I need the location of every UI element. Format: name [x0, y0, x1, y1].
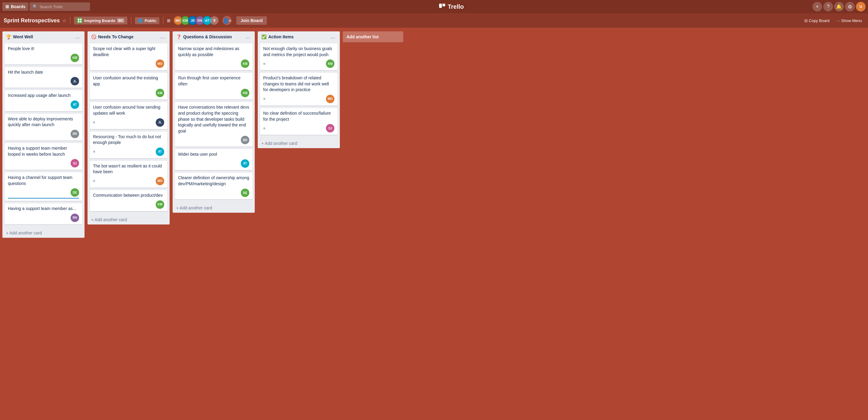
card-icons-nc3: ≡: [93, 120, 95, 125]
workspace-button[interactable]: Inspiring Boards BC: [74, 17, 127, 25]
invite-button[interactable]: 👤+: [222, 16, 231, 25]
card-footer-qd4: AT: [178, 159, 249, 168]
add-list-button[interactable]: Add another list: [343, 31, 403, 42]
search-icon: 🔍: [33, 4, 38, 9]
list-cards-questions-discussion: Narrow scope and milestones as quickly a…: [173, 42, 255, 203]
list-header-went-well: 🏆Went Well···: [2, 31, 85, 42]
card-ww2[interactable]: Hit the launch dateJL: [5, 67, 82, 88]
board-title: Sprint Retrospectives: [4, 18, 60, 24]
list-icon-questions-discussion: ❓: [176, 34, 181, 39]
list-menu-button-went-well[interactable]: ···: [74, 34, 81, 41]
search-bar[interactable]: 🔍 Search Trello: [30, 2, 90, 11]
card-text-ai3: No clear definition of success/failure f…: [263, 110, 334, 122]
card-ww5[interactable]: Having a support team member looped in w…: [5, 143, 82, 170]
more-icon: ···: [837, 19, 840, 23]
card-icons-nc5: ≡: [93, 179, 95, 183]
card-nc1[interactable]: Scope not clear with a super tight deadl…: [90, 43, 167, 70]
card-footer-nc6: KM: [93, 200, 164, 209]
add-card-button-questions-discussion[interactable]: + Add another card: [173, 203, 255, 213]
card-text-ww2: Hit the launch date: [8, 69, 79, 75]
list-cards-needs-to-change: Scope not clear with a super tight deadl…: [88, 42, 169, 215]
notifications-button[interactable]: 🔔: [834, 2, 844, 11]
member-count-badge[interactable]: 9: [210, 16, 219, 25]
list-went-well: 🏆Went Well···People love it!KMHit the la…: [2, 31, 85, 238]
svg-rect-0: [439, 4, 442, 8]
add-card-button-needs-to-change[interactable]: + Add another card: [88, 215, 169, 224]
card-avatar-nc6: KM: [156, 200, 164, 209]
card-nc4[interactable]: Resourcing - Too much to do but not enou…: [90, 132, 167, 158]
card-text-nc5: The bot wasn't as resilient as it could …: [93, 163, 164, 175]
settings-button[interactable]: ⚙: [845, 2, 855, 11]
card-footer-nc2: KM: [93, 89, 164, 97]
user-avatar[interactable]: U: [856, 2, 866, 11]
star-button[interactable]: ☆: [62, 18, 66, 24]
card-text-ww7: Having a support team member as...: [8, 206, 79, 212]
card-avatar-qd2: KM: [241, 89, 249, 97]
search-placeholder: Search Trello: [39, 4, 63, 9]
list-header-needs-to-change: 🚫Needs To Change···: [88, 31, 169, 42]
svg-rect-5: [80, 21, 82, 22]
card-nc3[interactable]: User confusion around how sending update…: [90, 102, 167, 129]
list-menu-button-action-items[interactable]: ···: [329, 34, 336, 41]
card-ai1[interactable]: Not enough clarity on business goals and…: [260, 43, 337, 70]
nav-center: Trello: [91, 3, 811, 10]
boards-label: Boards: [11, 4, 25, 9]
card-qd4[interactable]: Wider beta user poolAT: [175, 149, 252, 170]
copy-board-button[interactable]: ⊟ Copy Board: [802, 17, 832, 24]
card-avatar-ai2: MO: [326, 95, 334, 103]
card-footer-nc5: ≡MO: [93, 177, 164, 185]
card-text-nc2: User confusion around the existing app: [93, 75, 164, 87]
svg-rect-3: [80, 19, 82, 20]
boards-button[interactable]: ⊞ Boards: [2, 2, 28, 11]
card-text-ww6: Having a channel for support team questi…: [8, 175, 79, 187]
card-avatar-ww6: DE: [71, 188, 79, 197]
card-ww4[interactable]: Were able to deploy improvements quickly…: [5, 114, 82, 140]
add-card-button-went-well[interactable]: + Add another card: [2, 228, 85, 238]
card-ai2[interactable]: Product's breakdown of related changes t…: [260, 73, 337, 106]
card-qd2[interactable]: Run through first user experience oftenK…: [175, 73, 252, 100]
card-text-qd1: Narrow scope and milestones as quickly a…: [178, 46, 249, 58]
list-action-items: ✅Action Items···Not enough clarity on bu…: [258, 31, 340, 148]
globe-icon: 🌐: [138, 19, 143, 23]
card-footer-ww6: DE: [8, 188, 79, 197]
card-qd5[interactable]: Clearer definition of ownership among de…: [175, 172, 252, 199]
list-questions-discussion: ❓Questions & Discussion···Narrow scope a…: [173, 31, 255, 213]
add-button[interactable]: +: [812, 2, 822, 11]
add-card-button-action-items[interactable]: + Add another card: [258, 138, 340, 148]
list-title-questions-discussion: ❓Questions & Discussion: [176, 34, 244, 39]
list-menu-button-needs-to-change[interactable]: ···: [159, 34, 166, 41]
card-avatar-ww5: SJ: [71, 159, 79, 167]
card-nc6[interactable]: Communication between product/devKM: [90, 190, 167, 211]
card-ww1[interactable]: People love it!KM: [5, 43, 82, 65]
card-footer-ww3: AT: [8, 100, 79, 109]
join-board-button[interactable]: Join Board: [236, 16, 267, 25]
card-qd3[interactable]: Have conversations btw relevant devs and…: [175, 102, 252, 147]
table-icon: ⊞: [167, 18, 170, 23]
visibility-label: Public: [145, 19, 156, 23]
list-header-questions-discussion: ❓Questions & Discussion···: [173, 31, 255, 42]
visibility-button[interactable]: 🌐 Public: [135, 17, 159, 24]
card-ww6[interactable]: Having a channel for support team questi…: [5, 172, 82, 201]
card-bar-ww6: [8, 198, 79, 198]
card-ww7[interactable]: Having a support team member as...RN: [5, 203, 82, 224]
list-menu-button-questions-discussion[interactable]: ···: [244, 34, 251, 41]
card-desc-icon-nc3: ≡: [93, 120, 95, 125]
list-cards-went-well: People love it!KMHit the launch dateJLIn…: [2, 42, 85, 228]
workspace-label: Inspiring Boards: [84, 19, 115, 23]
card-icons-ai2: ≡: [263, 97, 266, 101]
list-title-action-items: ✅Action Items: [261, 34, 329, 39]
card-text-nc4: Resourcing - Too much to do but not enou…: [93, 134, 164, 146]
list-cards-action-items: Not enough clarity on business goals and…: [258, 42, 340, 138]
show-menu-button[interactable]: ··· Show Menu: [835, 17, 865, 24]
card-qd1[interactable]: Narrow scope and milestones as quickly a…: [175, 43, 252, 70]
board-header-right: ⊟ Copy Board ··· Show Menu: [802, 17, 864, 24]
help-button[interactable]: ?: [823, 2, 833, 11]
card-nc2[interactable]: User confusion around the existing appKM: [90, 73, 167, 100]
card-nc5[interactable]: The bot wasn't as resilient as it could …: [90, 161, 167, 188]
card-ai3[interactable]: No clear definition of success/failure f…: [260, 108, 337, 135]
board-content: 🏆Went Well···People love it!KMHit the la…: [0, 28, 868, 420]
card-text-ww4: Were able to deploy improvements quickly…: [8, 116, 79, 128]
card-text-ww1: People love it!: [8, 46, 79, 52]
card-ww3[interactable]: Increased app usage after launchAT: [5, 90, 82, 111]
card-avatar-nc3: JL: [156, 118, 164, 127]
